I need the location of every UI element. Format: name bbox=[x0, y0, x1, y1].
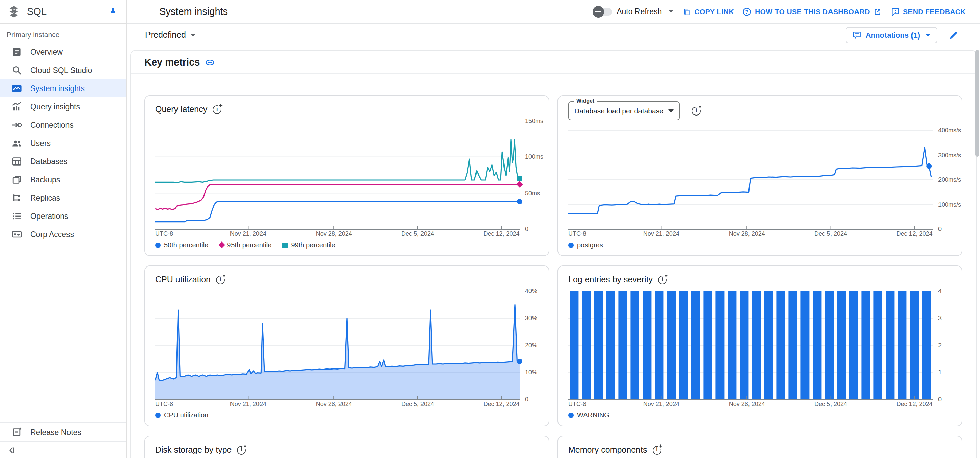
section-title: Key metrics bbox=[145, 57, 200, 67]
card-title: Disk storage by type bbox=[155, 445, 232, 455]
sidebar-item-label: Connections bbox=[30, 121, 73, 129]
y-axis-label: 3 bbox=[938, 315, 942, 322]
cpu-utilization-chart bbox=[155, 286, 520, 400]
legend-marker bbox=[282, 242, 288, 247]
sidebar-item-corp-access[interactable]: Corp Access bbox=[0, 225, 126, 243]
chart-legend: postgres bbox=[568, 241, 951, 249]
card-title: Query latency bbox=[155, 105, 207, 114]
info-icon[interactable] bbox=[658, 275, 667, 284]
pin-icon[interactable] bbox=[108, 6, 118, 16]
sidebar-item-operations[interactable]: Operations bbox=[0, 207, 126, 225]
query-latency-card: Query latency 150ms100ms50ms0 UTC-8Nov 2… bbox=[145, 95, 549, 256]
legend-marker bbox=[568, 412, 574, 418]
overview-icon bbox=[11, 46, 22, 57]
chevron-down-icon bbox=[668, 10, 673, 13]
x-axis-label: Nov 21, 2024 bbox=[643, 230, 679, 237]
y-axis-label: 2 bbox=[938, 342, 942, 349]
widget-select-label: Widget bbox=[574, 98, 596, 104]
card-header: Query latency bbox=[145, 96, 549, 116]
auto-refresh-toggle[interactable] bbox=[594, 8, 612, 15]
studio-icon bbox=[11, 64, 22, 75]
legend-item: CPU utilization bbox=[155, 412, 208, 419]
info-icon[interactable] bbox=[692, 107, 701, 115]
info-icon[interactable] bbox=[216, 275, 225, 284]
chart-zone: 40%30%20%10%0 bbox=[155, 286, 539, 400]
external-link-icon bbox=[873, 7, 882, 16]
sidebar-header: SQL bbox=[0, 0, 126, 24]
legend-label: 99th percentile bbox=[291, 241, 335, 249]
card-header: Log entries by severity bbox=[558, 266, 962, 286]
copy-icon bbox=[682, 7, 691, 16]
collapse-nav-icon[interactable] bbox=[7, 445, 17, 455]
cards-grid: Query latency 150ms100ms50ms0 UTC-8Nov 2… bbox=[145, 95, 963, 458]
chart-legend: WARNING bbox=[568, 412, 951, 419]
y-axis-label: 100ms/s bbox=[938, 201, 961, 208]
users-icon bbox=[11, 137, 22, 148]
sidebar-item-users[interactable]: Users bbox=[0, 134, 126, 152]
x-axis: UTC-8Nov 21, 2024Nov 28, 2024Dec 5, 2024… bbox=[568, 230, 951, 238]
y-axis-label: 4 bbox=[938, 288, 942, 295]
info-icon[interactable] bbox=[237, 445, 246, 454]
y-axis-label: 20% bbox=[525, 342, 537, 349]
sidebar-item-replicas[interactable]: Replicas bbox=[0, 188, 126, 207]
sidebar-item-databases[interactable]: Databases bbox=[0, 152, 126, 170]
sidebar-item-studio[interactable]: Cloud SQL Studio bbox=[0, 61, 126, 79]
x-axis-label: Nov 21, 2024 bbox=[230, 230, 266, 237]
help-icon: ? bbox=[743, 7, 751, 16]
sidebar-item-overview[interactable]: Overview bbox=[0, 43, 126, 61]
sidebar-item-release-notes[interactable]: Release Notes bbox=[0, 423, 126, 441]
x-axis-label: Nov 28, 2024 bbox=[729, 230, 765, 237]
y-axis-label: 100ms bbox=[525, 154, 543, 160]
annotation-icon bbox=[853, 31, 862, 40]
legend-label: 50th percentile bbox=[164, 241, 208, 249]
timezone-label: UTC-8 bbox=[155, 230, 173, 237]
legend-marker bbox=[155, 412, 161, 418]
edit-dashboard-icon[interactable] bbox=[949, 30, 958, 40]
copy-link-label: COPY LINK bbox=[694, 8, 734, 16]
query-insights-icon bbox=[11, 101, 22, 112]
x-axis-label: Nov 21, 2024 bbox=[230, 401, 266, 407]
how-to-use-dashboard-link[interactable]: ? HOW TO USE THIS DASHBOARD bbox=[743, 7, 882, 16]
sidebar-item-connections[interactable]: Connections bbox=[0, 115, 126, 134]
y-axis-label: 400ms/s bbox=[938, 127, 961, 134]
sidebar-item-label: Release Notes bbox=[30, 428, 81, 436]
auto-refresh-control[interactable]: Auto Refresh bbox=[594, 8, 673, 16]
page-title: System insights bbox=[159, 6, 594, 17]
copy-link-button[interactable]: COPY LINK bbox=[682, 7, 734, 16]
sidebar-item-system-insights[interactable]: System insights bbox=[0, 79, 126, 97]
info-icon[interactable] bbox=[213, 105, 221, 114]
memory-components-card: Memory components bbox=[557, 436, 963, 458]
sidebar-spacer bbox=[0, 243, 126, 422]
chevron-down-icon bbox=[668, 109, 674, 112]
svg-text:?: ? bbox=[745, 9, 748, 14]
preset-dropdown[interactable]: Predefined bbox=[145, 30, 846, 40]
sidebar-item-backups[interactable]: Backups bbox=[0, 170, 126, 188]
legend-item: 50th percentile bbox=[155, 241, 208, 249]
y-axis-label: 10% bbox=[525, 369, 537, 376]
legend-item: postgres bbox=[568, 241, 603, 249]
sidebar-item-label: Users bbox=[30, 139, 51, 147]
sidebar-item-label: Corp Access bbox=[30, 230, 74, 238]
sidebar-item-query-insights[interactable]: Query insights bbox=[0, 97, 126, 115]
y-axis-label: 40% bbox=[525, 288, 537, 295]
card-header: Memory components bbox=[558, 436, 962, 456]
send-feedback-label: SEND FEEDBACK bbox=[903, 8, 966, 16]
legend-item: WARNING bbox=[568, 412, 609, 419]
sidebar-item-label: Databases bbox=[30, 157, 67, 165]
info-icon[interactable] bbox=[652, 445, 661, 454]
send-feedback-button[interactable]: SEND FEEDBACK bbox=[891, 7, 966, 16]
app-window: SQL Primary instance OverviewCloud SQL S… bbox=[0, 0, 980, 458]
screenshot-root: SQL Primary instance OverviewCloud SQL S… bbox=[0, 0, 980, 458]
connections-icon bbox=[11, 119, 22, 130]
widget-select-value: Database load per database bbox=[574, 107, 667, 115]
main-area: System insights Auto Refresh COPY LINK bbox=[127, 0, 980, 458]
widget-select[interactable]: Widget Database load per database bbox=[568, 101, 680, 120]
chevron-down-icon bbox=[925, 34, 931, 37]
vertical-scrollbar-thumb[interactable] bbox=[975, 50, 979, 157]
feedback-icon bbox=[891, 7, 900, 16]
section-link-icon[interactable] bbox=[205, 58, 215, 67]
annotations-button[interactable]: Annotations (1) bbox=[846, 27, 937, 43]
y-axis-label: 1 bbox=[938, 369, 942, 376]
left-nav: SQL Primary instance OverviewCloud SQL S… bbox=[0, 0, 127, 458]
y-axis-label: 30% bbox=[525, 315, 537, 322]
